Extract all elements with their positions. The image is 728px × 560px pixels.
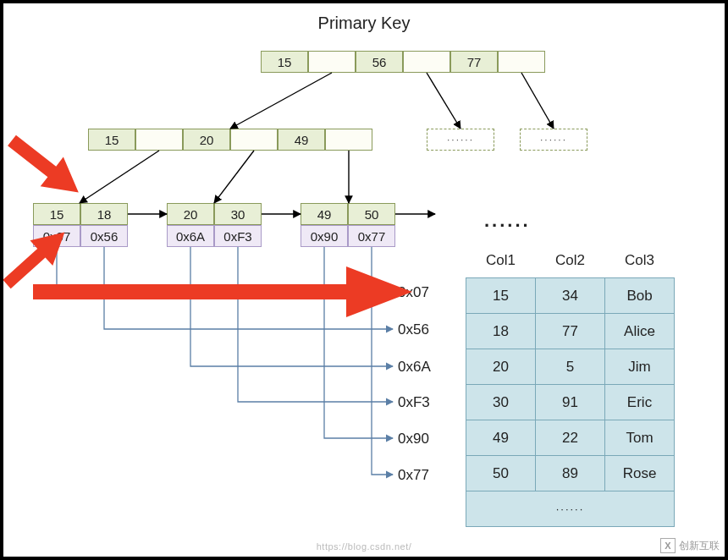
dashed-node-2: ······ [520,129,587,151]
table-row: 50 89 Rose [466,456,675,491]
root-ptr-0 [308,51,356,73]
addr-label-4: 0x90 [398,431,429,447]
leaf-node-0: 15 18 0x07 0x56 [33,203,128,247]
dashed-node-1: ······ [427,129,494,151]
leaf0-key1: 15 [33,203,80,225]
leaf0-addr1: 0x07 [33,225,80,247]
leaf2-key1: 49 [301,203,348,225]
internal-ptr-1 [230,129,278,151]
addr-label-3: 0xF3 [398,394,430,411]
cell: 5 [536,349,605,385]
table-row: 15 34 Bob [466,278,675,314]
edge-int-leaf1 [214,151,254,203]
cell: Alice [605,314,675,349]
addr-label-1: 0x56 [398,321,429,338]
cell: 22 [536,420,605,456]
internal-ptr-2 [325,129,372,151]
addr-connectors [57,247,393,475]
edge-root-dashed2 [521,73,554,129]
cell: 89 [536,456,605,491]
cell: 91 [536,385,605,420]
leaf1-addr2: 0xF3 [214,225,262,247]
table-row: 49 22 Tom [466,420,675,456]
cell: 20 [466,349,536,385]
addr-label-0: 0x07 [398,284,429,301]
root-node: 15 56 77 [261,51,545,73]
cell: Eric [605,385,675,420]
leaf2-key2: 50 [348,203,395,225]
addr-label-2: 0x6A [398,359,431,376]
cell: 49 [466,420,536,456]
root-ptr-2 [498,51,545,73]
leaf1-key2: 30 [214,203,262,225]
internal-key-0: 15 [88,129,135,151]
leaf1-addr1: 0x6A [167,225,214,247]
root-key-2: 77 [450,51,498,73]
root-ptr-1 [403,51,450,73]
table-header-col1: Col1 [466,247,536,278]
table-row-more: ······ [466,491,675,527]
table-header-col2: Col2 [536,247,605,278]
internal-ptr-0 [135,129,183,151]
leaf0-key2: 18 [80,203,128,225]
internal-key-1: 20 [183,129,230,151]
edge-root-dashed1 [427,73,461,129]
watermark-logo-icon: X [660,538,676,553]
edge-int-leaf0 [80,151,159,203]
cell-more: ······ [466,491,675,527]
table-row: 30 91 Eric [466,385,675,420]
cell: Rose [605,456,675,491]
cell: Jim [605,349,675,385]
cell: 30 [466,385,536,420]
cell: 77 [536,314,605,349]
leaf-ellipsis: ······ [484,215,531,237]
data-table: Col1 Col2 Col3 15 34 Bob 18 77 Alice 20 … [466,247,675,527]
diagram-frame: Primary Key 15 56 77 15 20 49 ······ ···… [0,0,728,560]
cell: Bob [605,278,675,314]
diagram-title: Primary Key [318,14,411,33]
watermark-text: 创新互联 [679,539,720,553]
leaf2-addr2: 0x77 [348,225,395,247]
edge-root-internal [230,73,332,129]
leaf-node-1: 20 30 0x6A 0xF3 [167,203,262,247]
cell: 15 [466,278,536,314]
table-header-col3: Col3 [605,247,675,278]
table-row: 20 5 Jim [466,349,675,385]
addr-label-5: 0x77 [398,467,429,484]
table-row: 18 77 Alice [466,314,675,349]
cell: 18 [466,314,536,349]
root-key-0: 15 [261,51,308,73]
cell: 50 [466,456,536,491]
cell: 34 [536,278,605,314]
leaf0-addr2: 0x56 [80,225,128,247]
internal-node: 15 20 49 [88,129,372,151]
leaf1-key1: 20 [167,203,214,225]
internal-key-2: 49 [278,129,325,151]
watermark-url: https://blog.csdn.net/ [317,541,412,552]
root-key-1: 56 [356,51,403,73]
cell: Tom [605,420,675,456]
watermark: X 创新互联 [660,538,720,553]
leaf2-addr1: 0x90 [301,225,348,247]
leaf-node-2: 49 50 0x90 0x77 [301,203,395,247]
